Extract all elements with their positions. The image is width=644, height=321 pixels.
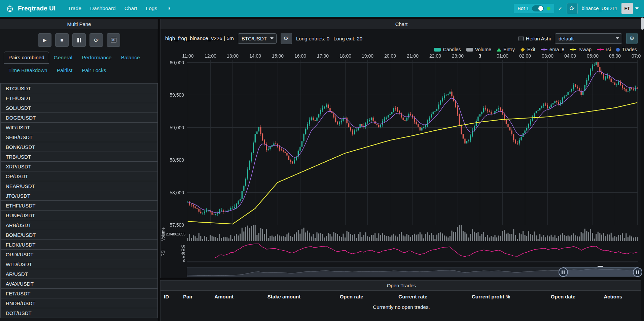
chart-panel: Chart high_frog_binance_v226 | 5m BTC/US… bbox=[160, 19, 643, 278]
datazoom-window[interactable] bbox=[563, 267, 638, 277]
tab-balance[interactable]: Balance bbox=[116, 52, 145, 64]
nav-item-chart[interactable]: Chart bbox=[120, 3, 142, 13]
avatar[interactable]: FT bbox=[621, 3, 633, 14]
nav-item-trade[interactable]: Trade bbox=[64, 3, 86, 13]
legend-item-volume[interactable]: Volume bbox=[466, 47, 491, 52]
pair-list-item[interactable]: RUNE/USDT bbox=[0, 210, 158, 220]
legend-item-trades[interactable]: Trades bbox=[616, 47, 637, 52]
pair-list-item[interactable]: FET/USDT bbox=[0, 288, 158, 298]
exit-marker-icon bbox=[521, 47, 525, 52]
multi-pane-panel: Multi Pane Pairs combinedGeneralPerforma… bbox=[0, 19, 158, 321]
open-trades-table: IDPairAmountStake amountOpen rateCurrent… bbox=[160, 291, 642, 313]
pair-list-item[interactable]: ETHFI/USDT bbox=[0, 200, 158, 211]
navbar: Freqtrade UI TradeDashboardChartLogs Bot… bbox=[0, 0, 644, 17]
bot-selector[interactable]: Bot 1 bbox=[514, 4, 554, 13]
pause-icon bbox=[77, 38, 79, 42]
legend-label: rvwap bbox=[578, 47, 592, 52]
pair-list-item[interactable]: JTO/USDT bbox=[0, 191, 158, 201]
datazoom-left-handle[interactable] bbox=[559, 267, 568, 277]
tab-performance[interactable]: Performance bbox=[77, 52, 116, 64]
pair-list-item[interactable]: OP/USDT bbox=[0, 171, 158, 181]
pair-list-item[interactable]: NEAR/USDT bbox=[0, 181, 158, 191]
pair-list-item[interactable]: AVAX/USDT bbox=[0, 279, 158, 289]
chart-panel-header: Chart bbox=[160, 19, 642, 29]
tab-pair-locks[interactable]: Pair Locks bbox=[77, 64, 111, 76]
tab-pairs-combined[interactable]: Pairs combined bbox=[4, 52, 49, 64]
pair-list-item[interactable]: BONK/USDT bbox=[0, 142, 158, 152]
nav-item-logs[interactable]: Logs bbox=[142, 3, 162, 13]
pair-select[interactable]: BTC/USDT bbox=[238, 33, 277, 44]
stop-bot-button[interactable] bbox=[55, 33, 69, 47]
nav-links: TradeDashboardChartLogs bbox=[64, 3, 162, 13]
reload-config-button[interactable] bbox=[90, 33, 103, 47]
column-header-id: ID bbox=[160, 291, 180, 302]
pair-list-item[interactable]: DOT/USDT bbox=[0, 308, 158, 318]
chart-legend: CandlesVolumeEntryExitema_8rvwaprsiTrade… bbox=[160, 45, 642, 53]
legend-item-candles[interactable]: Candles bbox=[434, 47, 461, 52]
legend-label: ema_8 bbox=[549, 47, 564, 52]
entry-marker-icon bbox=[497, 48, 501, 52]
user-menu[interactable]: FT bbox=[621, 3, 639, 14]
pair-list-item[interactable]: ARB/USDT bbox=[0, 220, 158, 230]
column-header-pair: Pair bbox=[180, 291, 211, 302]
pair-list-item[interactable]: WLD/USDT bbox=[0, 259, 158, 269]
rsi-marker-icon bbox=[597, 48, 604, 52]
datazoom-slider[interactable] bbox=[187, 267, 638, 277]
pair-list-item[interactable]: XRP/USDT bbox=[0, 161, 158, 171]
legend-item-ema-8[interactable]: ema_8 bbox=[541, 47, 564, 52]
pair-list-item[interactable]: SHIB/USDT bbox=[0, 132, 158, 142]
page-scrollbar-thumb[interactable] bbox=[641, 18, 644, 30]
datazoom-right-handle[interactable] bbox=[633, 267, 642, 277]
chevron-down-icon bbox=[635, 7, 639, 9]
heikin-ashi-label[interactable]: Heikin Ashi bbox=[526, 36, 551, 41]
nav-item-dashboard[interactable]: Dashboard bbox=[86, 3, 120, 13]
legend-label: rsi bbox=[606, 47, 611, 52]
heikin-ashi-checkbox[interactable] bbox=[518, 36, 524, 41]
pair-list-item[interactable]: AR/USDT bbox=[0, 269, 158, 279]
rvwap-marker-icon bbox=[570, 48, 576, 52]
multi-pane-tabs: Pairs combinedGeneralPerformanceBalanceT… bbox=[0, 52, 158, 76]
pair-list-item[interactable]: ETH/USDT bbox=[0, 93, 158, 103]
pause-bot-button[interactable] bbox=[72, 33, 86, 47]
legend-item-rvwap[interactable]: rvwap bbox=[570, 47, 592, 52]
tab-time-breakdown[interactable]: Time Breakdown bbox=[4, 64, 52, 76]
pair-list-item[interactable]: DOGE/USDT bbox=[0, 113, 158, 123]
stop-icon bbox=[60, 37, 63, 43]
column-header-stake-amount: Stake amount bbox=[264, 291, 336, 302]
plot-settings-button[interactable] bbox=[626, 33, 638, 44]
tab-pairlist[interactable]: Pairlist bbox=[52, 64, 77, 76]
gear-icon bbox=[629, 35, 634, 42]
chart-clear-icon bbox=[111, 38, 116, 42]
page-scrollbar[interactable] bbox=[641, 17, 644, 321]
trades-marker-icon bbox=[616, 48, 620, 52]
tab-general[interactable]: General bbox=[49, 52, 77, 64]
pair-list-item[interactable]: BTC/USDT bbox=[0, 83, 158, 93]
no-open-trades-message: Currently no open trades. bbox=[160, 302, 642, 313]
pair-list-item[interactable]: SOL/USDT bbox=[0, 103, 158, 113]
clear-chart-button[interactable] bbox=[107, 33, 120, 47]
pair-list-item[interactable]: BOME/USDT bbox=[0, 230, 158, 240]
chart-canvas[interactable] bbox=[160, 53, 642, 264]
legend-item-exit[interactable]: Exit bbox=[520, 47, 535, 52]
pair-list-item[interactable]: FLOKI/USDT bbox=[0, 239, 158, 250]
start-bot-button[interactable] bbox=[38, 33, 51, 47]
pair-list-item[interactable]: WIF/USDT bbox=[0, 122, 158, 132]
column-header-open-rate: Open rate bbox=[336, 291, 395, 302]
pair-list-item[interactable]: ORDI/USDT bbox=[0, 249, 158, 259]
pair-list-item[interactable]: RNDR/USDT bbox=[0, 298, 158, 308]
open-trades-columns: IDPairAmountStake amountOpen rateCurrent… bbox=[160, 291, 642, 302]
refresh-chart-button[interactable] bbox=[281, 33, 292, 44]
legend-item-entry[interactable]: Entry bbox=[497, 47, 515, 52]
plot-config-select[interactable]: default bbox=[555, 33, 622, 44]
legend-item-rsi[interactable]: rsi bbox=[597, 47, 611, 52]
bot-toggle[interactable] bbox=[532, 5, 544, 11]
reload-bot-button[interactable] bbox=[567, 3, 578, 14]
multi-pane-header: Multi Pane bbox=[0, 19, 158, 29]
theme-toggle-icon[interactable] bbox=[167, 5, 170, 12]
candlestick-chart[interactable] bbox=[160, 53, 642, 264]
legend-label: Exit bbox=[527, 47, 535, 52]
column-header-open-date: Open date bbox=[547, 291, 601, 302]
ema-8-marker-icon bbox=[541, 48, 547, 52]
legend-label: Trades bbox=[622, 47, 637, 52]
pair-list-item[interactable]: TRB/USDT bbox=[0, 152, 158, 162]
